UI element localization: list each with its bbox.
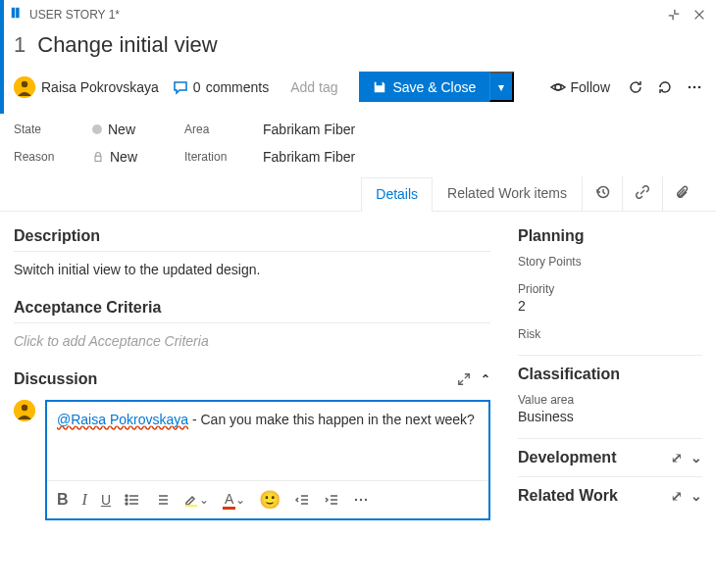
expand-icon[interactable]: ⤢ [671, 488, 683, 504]
assignee-name: Raisa Pokrovskaya [41, 79, 159, 95]
highlight-button[interactable]: ⌄ [183, 492, 209, 508]
acceptance-heading: Acceptance Criteria [14, 299, 490, 323]
classification-heading: Classification [518, 366, 702, 383]
history-tab-icon[interactable] [582, 176, 622, 211]
comment-avatar [14, 400, 35, 421]
follow-button[interactable]: Follow [550, 79, 610, 95]
development-heading: Development [518, 449, 616, 466]
links-tab-icon[interactable] [622, 176, 662, 211]
work-item-type: USER STORY 1* [29, 8, 120, 22]
priority-field[interactable]: Priority 2 [518, 282, 702, 314]
restore-icon[interactable] [667, 8, 681, 22]
iteration-field[interactable]: Iteration Fabrikam Fiber [184, 149, 355, 165]
titlebar: USER STORY 1* [0, 0, 716, 28]
tabbar: Details Related Work items [0, 176, 716, 212]
avatar [14, 76, 35, 98]
state-field[interactable]: State New [14, 122, 137, 137]
text-color-button[interactable]: A⌄ [223, 491, 245, 510]
reason-field[interactable]: Reason New [14, 149, 137, 165]
svg-point-13 [126, 499, 128, 501]
svg-point-12 [126, 495, 128, 497]
description-body[interactable]: Switch initial view to the updated desig… [14, 262, 490, 277]
save-and-close-button[interactable]: Save & Close [359, 72, 489, 102]
indent-button[interactable] [324, 492, 339, 508]
attachments-tab-icon[interactable] [662, 176, 702, 211]
undo-icon[interactable] [657, 79, 673, 95]
work-item-icon [10, 6, 24, 23]
svg-point-18 [365, 499, 367, 501]
description-heading: Description [14, 227, 490, 252]
related-work-heading: Related Work [518, 487, 618, 505]
chevron-down-icon: ▾ [498, 80, 504, 94]
svg-rect-1 [16, 8, 20, 19]
state-dot-icon [92, 124, 102, 134]
close-icon[interactable] [692, 8, 706, 22]
bold-button[interactable]: B [57, 491, 69, 509]
outdent-button[interactable] [294, 492, 310, 508]
value-area-field[interactable]: Value area Business [518, 393, 702, 424]
expand-icon[interactable]: ⤢ [671, 450, 683, 466]
svg-point-17 [360, 499, 362, 501]
svg-point-16 [355, 499, 357, 501]
svg-point-3 [22, 80, 27, 86]
tab-details[interactable]: Details [361, 177, 433, 212]
planning-heading: Planning [518, 227, 702, 245]
discussion-heading: Discussion [14, 370, 97, 388]
mention[interactable]: @Raisa Pokrovskaya [57, 412, 188, 427]
numbered-list-button[interactable] [154, 492, 170, 508]
lock-icon [92, 151, 104, 163]
editor-toolbar: B I U ⌄ A⌄ 🙂 [47, 480, 488, 518]
acceptance-placeholder[interactable]: Click to add Acceptance Criteria [14, 333, 490, 349]
italic-button[interactable]: I [82, 491, 87, 509]
more-formatting-button[interactable] [353, 492, 369, 508]
work-item-title[interactable]: Change initial view [37, 32, 217, 58]
svg-rect-0 [12, 8, 16, 19]
bullet-list-button[interactable] [125, 492, 140, 508]
svg-rect-8 [95, 156, 101, 161]
area-field[interactable]: Area Fabrikam Fiber [184, 122, 355, 137]
svg-point-14 [126, 503, 128, 505]
more-actions-icon[interactable] [687, 79, 702, 95]
refresh-icon[interactable] [628, 79, 643, 95]
chevron-down-icon[interactable]: ⌄ [690, 488, 702, 504]
risk-field[interactable]: Risk [518, 327, 702, 341]
chevron-down-icon[interactable]: ⌄ [690, 450, 702, 466]
expand-icon[interactable] [457, 372, 471, 386]
tab-related-work-items[interactable]: Related Work items [433, 176, 582, 211]
svg-point-7 [698, 85, 701, 88]
svg-rect-15 [185, 505, 197, 507]
add-tag-button[interactable]: Add tag [282, 75, 345, 99]
comments-count[interactable]: 0 comments [173, 79, 269, 95]
svg-point-11 [22, 405, 27, 411]
save-dropdown-button[interactable]: ▾ [489, 72, 514, 102]
discussion-editor[interactable]: @Raisa Pokrovskaya - Can you make this h… [45, 400, 490, 520]
svg-point-5 [689, 85, 691, 88]
work-item-id: 1 [14, 32, 26, 58]
underline-button[interactable]: U [101, 492, 111, 508]
collapse-chevron-icon[interactable]: ⌃ [481, 372, 490, 386]
emoji-button[interactable]: 🙂 [259, 489, 281, 511]
svg-point-6 [693, 85, 696, 88]
assigned-to[interactable]: Raisa Pokrovskaya [14, 76, 159, 98]
story-points-field[interactable]: Story Points [518, 255, 702, 269]
